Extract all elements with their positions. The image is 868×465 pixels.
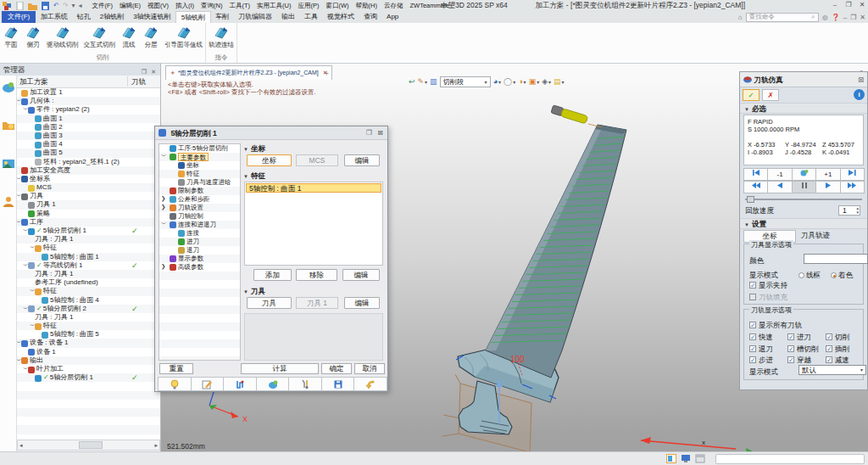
ribbon-restore-button[interactable]: ❐ bbox=[850, 14, 856, 21]
menu-5[interactable]: 查询(N) bbox=[198, 0, 225, 11]
play-back-button[interactable] bbox=[767, 181, 792, 193]
sim-cancel-button[interactable]: ✗ bbox=[762, 89, 779, 101]
ribbon-minimize-button[interactable]: – bbox=[843, 14, 847, 21]
tool-button[interactable]: 刀具 bbox=[247, 297, 292, 309]
turbine-blade[interactable] bbox=[486, 125, 626, 378]
sim-progress-slider[interactable] bbox=[745, 196, 862, 203]
status-input[interactable] bbox=[715, 454, 865, 464]
dialog-tree-特征[interactable]: 特征 bbox=[159, 170, 240, 178]
coord-edit-button[interactable]: 编辑 bbox=[344, 154, 380, 166]
ribbon-tab-7[interactable]: 刀轨编辑器 bbox=[234, 11, 277, 23]
tree-item-曲面3[interactable]: 曲面 3 bbox=[17, 132, 160, 140]
tab-tool-trajectory[interactable]: 刀具轨迹 bbox=[801, 231, 830, 241]
menu-8[interactable]: 应用(P) bbox=[295, 0, 323, 11]
menu-2[interactable]: 编辑(E) bbox=[116, 0, 144, 11]
menu-4[interactable]: 插入(I) bbox=[172, 0, 198, 11]
path-type-checkbox-步进[interactable]: 步进 bbox=[749, 355, 773, 365]
back-icon[interactable] bbox=[353, 377, 387, 391]
tree-item-特征[interactable]: ﹀特征 bbox=[17, 244, 160, 252]
fast-forward-button[interactable] bbox=[840, 181, 865, 193]
sim-close-icon[interactable]: ⊠ bbox=[858, 72, 864, 87]
ribbon-button-分层[interactable]: 分层 bbox=[140, 24, 162, 50]
suggest-icon[interactable] bbox=[158, 377, 192, 391]
scroll-left-icon[interactable]: ◂ bbox=[19, 441, 23, 449]
show-all-paths-checkbox[interactable]: 显示所有刀轨 bbox=[749, 320, 860, 330]
tree-item-参考工序(undefined)[interactable]: 参考工序 (undefined) bbox=[17, 278, 160, 287]
document-tab[interactable]: ＋*图灵变位机组件2更新叶片程序2.Z3 - [yepian2_CAM]✕ bbox=[165, 65, 332, 80]
ribbon-close-button[interactable]: ✕ bbox=[860, 14, 865, 21]
restore-button[interactable]: ❐ bbox=[844, 1, 853, 8]
scroll-right-icon[interactable]: ▸ bbox=[154, 441, 158, 449]
tree-item-曲面2[interactable]: 曲面 2 bbox=[17, 123, 160, 132]
menu-6[interactable]: 工具(T) bbox=[226, 0, 254, 11]
ribbon-button-流线[interactable]: 流线 bbox=[118, 24, 140, 50]
cam-manager-icon[interactable] bbox=[2, 81, 15, 94]
dialog-tree-工序5轴分层切削[interactable]: 工序:5轴分层切削 bbox=[159, 144, 240, 153]
monitor-icon[interactable] bbox=[681, 454, 691, 463]
ribbon-button-交互式切削[interactable]: 交互式切削 bbox=[81, 24, 119, 50]
qat-collapse-icon[interactable]: ◂ bbox=[78, 2, 81, 9]
expand-arrow-icon[interactable]: ❯ bbox=[161, 203, 165, 211]
dialog-tree-公差和步距[interactable]: ❯公差和步距 bbox=[159, 195, 240, 204]
folder-manager-icon[interactable] bbox=[2, 119, 15, 132]
dialog-tree-坐标[interactable]: 坐标 bbox=[159, 161, 240, 170]
path-type-checkbox-进刀[interactable]: 进刀 bbox=[787, 332, 811, 342]
dialog-tree-显示参数[interactable]: 显示参数 bbox=[159, 255, 240, 263]
tree-item-5轴分层切削2[interactable]: ﹀✓5轴分层切削 2✓ bbox=[17, 305, 160, 313]
dialog-tree-高级参数[interactable]: ❯高级参数 bbox=[159, 263, 240, 272]
calculate-button[interactable]: 计算 bbox=[241, 363, 319, 374]
minimize-button[interactable]: – bbox=[831, 1, 839, 8]
step-back-button[interactable]: -1 bbox=[767, 168, 792, 181]
goto-end-button[interactable] bbox=[840, 168, 865, 181]
new-file-icon[interactable] bbox=[15, 2, 25, 10]
tree-item-几何体[interactable]: ﹀几何体 : bbox=[17, 97, 160, 105]
background-icon[interactable]: ▣▾ bbox=[529, 76, 540, 88]
dialog-close-icon[interactable]: ⊠ bbox=[377, 126, 383, 140]
path-type-checkbox-槽切削[interactable]: 槽切削 bbox=[787, 344, 819, 354]
expand-arrow-icon[interactable]: ﹀ bbox=[161, 220, 167, 228]
undo-icon[interactable]: ↶ bbox=[53, 2, 59, 9]
step-forward-button[interactable]: +1 bbox=[815, 168, 840, 181]
shaded-radio[interactable]: 着色 bbox=[831, 270, 853, 280]
ribbon-tab-4[interactable]: 3轴快速铣削 bbox=[129, 11, 175, 23]
path-type-checkbox-切削[interactable]: 切削 bbox=[826, 332, 849, 342]
view-manager-icon[interactable] bbox=[2, 157, 15, 171]
pause-button[interactable] bbox=[792, 181, 816, 193]
cutting-tool[interactable] bbox=[551, 105, 588, 124]
playback-speed-input[interactable]: 1▴▾ bbox=[838, 205, 860, 216]
dialog-tree-主要参数[interactable]: ﹀主要参数 bbox=[159, 153, 240, 161]
feature-section-header[interactable]: ▼特征 bbox=[243, 171, 382, 181]
tree-item-刀具刀具1[interactable]: 刀具 : 刀具 1 bbox=[17, 270, 160, 278]
tree-item-坐标系[interactable]: ﹀坐标系 bbox=[17, 175, 160, 183]
qat-menu-icon[interactable]: ▾ bbox=[71, 2, 75, 9]
menu-10[interactable]: 帮助(H) bbox=[353, 0, 381, 11]
exit-icon[interactable]: ↩ bbox=[409, 76, 415, 87]
dialog-tree-连接和进退刀[interactable]: ﹀连接和进退刀 bbox=[159, 221, 240, 229]
command-search-input[interactable]: 查找命令 ⌕ bbox=[746, 13, 819, 22]
cancel-button[interactable]: 取消 bbox=[354, 363, 385, 374]
ribbon-tab-5[interactable]: 5轴铣削 bbox=[175, 11, 210, 23]
ribbon-tab-6[interactable]: 车削 bbox=[211, 11, 234, 23]
bird-view-button[interactable] bbox=[792, 168, 816, 181]
ribbon-button-侧刃[interactable]: 侧刃 bbox=[22, 24, 44, 50]
path-type-checkbox-插削[interactable]: 插削 bbox=[826, 344, 849, 354]
feature-list-selected-item[interactable]: 5轴控制 : 曲面 1 bbox=[246, 183, 381, 193]
dialog-tree-刀轴控制[interactable]: 刀轴控制 bbox=[159, 212, 240, 221]
menu-11[interactable]: 云存储 bbox=[381, 0, 407, 11]
manager-hscrollbar[interactable]: ◂ ▸ bbox=[17, 440, 160, 451]
tree-item-输出[interactable]: ﹀输出 bbox=[17, 356, 160, 365]
color-swatch[interactable] bbox=[804, 254, 868, 264]
scroll-thumb[interactable] bbox=[79, 441, 103, 449]
reset-button[interactable]: 重置 bbox=[159, 363, 193, 374]
menu-3[interactable]: 视图(V) bbox=[144, 0, 172, 11]
dialog-float-icon[interactable]: ❐ bbox=[366, 126, 372, 140]
ribbon-tab-3[interactable]: 2轴铣削 bbox=[95, 11, 128, 23]
expand-arrow-icon[interactable]: ﹀ bbox=[161, 152, 167, 160]
menu-1[interactable]: 文件(F) bbox=[88, 0, 116, 11]
tree-item-刀具刀具1[interactable]: 刀具 : 刀具 1 bbox=[17, 313, 160, 322]
dialog-tree-限制参数[interactable]: 限制参数 bbox=[159, 187, 240, 195]
tree-item-曲面1[interactable]: 曲面 1 bbox=[17, 115, 160, 123]
tool-edit-button[interactable]: 编辑 bbox=[344, 297, 380, 309]
ribbon-button-平面[interactable]: 平面 bbox=[0, 24, 22, 50]
tree-item-刀具1[interactable]: 刀具 1 bbox=[17, 200, 160, 209]
